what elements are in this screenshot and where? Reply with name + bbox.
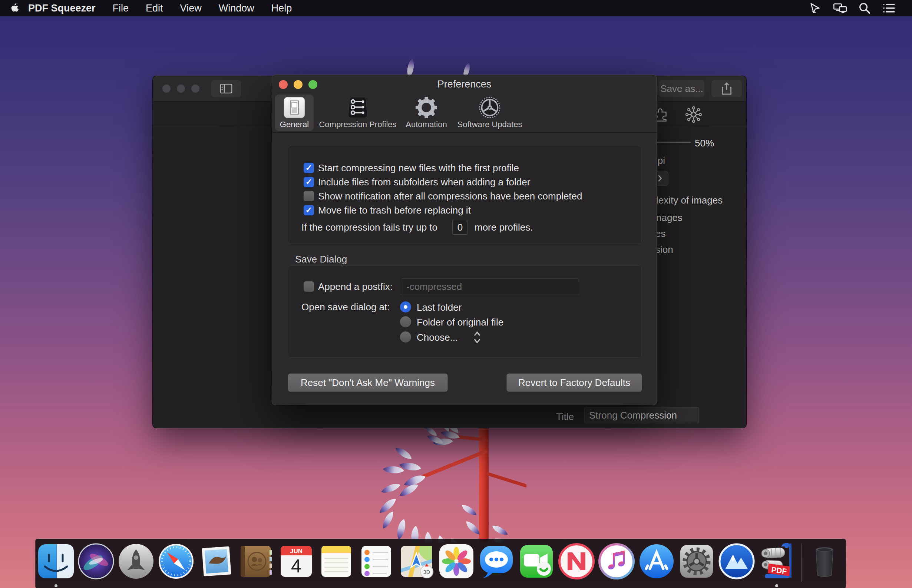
save-as-button[interactable]: Save as...	[659, 80, 704, 97]
menu-list-icon[interactable]	[882, 3, 896, 14]
menu-app-name[interactable]: PDF Squeezer	[28, 3, 96, 14]
append-postfix-label: Append a postfix:	[318, 281, 392, 292]
apple-icon	[10, 3, 19, 14]
revert-defaults-label: Revert to Factory Defaults	[518, 377, 630, 389]
radio-choose[interactable]	[400, 331, 411, 342]
menu-help[interactable]: Help	[271, 3, 292, 14]
maps-3d-text: 3D	[423, 569, 430, 575]
reset-warnings-button[interactable]: Reset "Don't Ask Me" Warnings	[288, 373, 448, 392]
dock-news-icon[interactable]	[557, 542, 596, 581]
dock-divider	[801, 543, 802, 582]
dock-app-cleaner-icon[interactable]	[717, 542, 756, 581]
dock-notes-icon[interactable]	[317, 542, 355, 581]
dock-app-store-icon[interactable]	[637, 542, 676, 581]
radio-label: Folder of original file	[417, 317, 504, 328]
quality-percent-value: 50%	[695, 137, 714, 149]
apple-menu[interactable]	[10, 3, 19, 14]
checkbox-start-compressing[interactable]	[303, 163, 314, 173]
dock-pdf-squeezer-icon[interactable]: PDF	[757, 542, 796, 581]
search-icon[interactable]	[858, 3, 871, 14]
dock: JUN 4	[35, 539, 846, 588]
tab-automation[interactable]: Automation	[402, 95, 451, 131]
retry-prefix-label: If the compression fails try up to	[302, 222, 437, 233]
radio-label: Last folder	[417, 302, 462, 313]
menu-edit[interactable]: Edit	[146, 3, 163, 14]
share-icon	[722, 82, 732, 95]
up-down-chevrons-icon	[472, 330, 482, 344]
option-label-truncated-3: es	[655, 228, 665, 239]
dock-trash-icon[interactable]	[805, 542, 844, 581]
checkbox-show-notification[interactable]	[303, 191, 314, 201]
open-save-dialog-label: Open save dialog at:	[302, 302, 390, 312]
preferences-title: Preferences	[272, 75, 657, 94]
dock-finder-icon[interactable]	[37, 542, 75, 581]
retry-suffix-label: more profiles.	[475, 222, 533, 233]
checkbox-include-subfolders[interactable]	[303, 177, 314, 187]
radio-folder-of-original[interactable]	[400, 316, 411, 327]
light-switch-icon	[275, 95, 314, 121]
postfix-input[interactable]	[401, 278, 579, 295]
menu-file[interactable]: File	[113, 3, 129, 14]
pdf-squeezer-running-indicator	[775, 584, 778, 587]
save-dialog-section-label: Save Dialog	[295, 254, 347, 264]
menu-view[interactable]: View	[180, 3, 202, 14]
option-label-truncated-1: lexity of images	[656, 195, 723, 206]
close-button[interactable]	[279, 80, 288, 89]
checkbox-label: Show notification after all compressions…	[318, 191, 583, 201]
dock-facetime-icon[interactable]	[517, 542, 556, 581]
option-label-truncated-4: sion	[655, 244, 673, 255]
dock-reminders-icon[interactable]	[357, 542, 395, 581]
checkbox-label: Move file to trash before replacing it	[318, 205, 471, 215]
calendar-day-text: 4	[291, 556, 302, 577]
sidebar-toggle-icon	[220, 83, 232, 94]
menu-bar: PDF Squeezer File Edit View Window Help	[0, 0, 912, 16]
dock-music-icon[interactable]	[597, 542, 636, 581]
tab-general[interactable]: General	[275, 95, 314, 131]
tab-software-updates[interactable]: Software Updates	[453, 95, 526, 131]
revert-defaults-button[interactable]: Revert to Factory Defaults	[507, 373, 642, 392]
profile-title-field[interactable]	[584, 407, 699, 423]
minimize-button-inactive[interactable]	[177, 84, 185, 93]
dock-maps-icon[interactable]: 3D	[397, 542, 436, 581]
retry-count-field[interactable]: 0	[452, 220, 468, 235]
dock-siri-icon[interactable]	[77, 542, 115, 581]
dock-messages-icon[interactable]	[477, 542, 516, 581]
finder-running-indicator	[55, 584, 58, 587]
dock-photos-icon[interactable]	[437, 542, 476, 581]
radio-label: Choose...	[417, 332, 458, 343]
profile-title-label: Title	[556, 411, 574, 423]
dock-system-preferences-icon[interactable]	[677, 542, 716, 581]
preferences-toolbar: General Compression Profiles	[272, 94, 657, 133]
reset-warnings-label: Reset "Don't Ask Me" Warnings	[301, 377, 435, 389]
zoom-button[interactable]	[308, 80, 317, 89]
displays-icon[interactable]	[833, 3, 847, 14]
choose-folder-stepper[interactable]	[472, 330, 482, 346]
dock-safari-icon[interactable]	[157, 542, 195, 581]
tab-compression-profiles[interactable]: Compression Profiles	[316, 95, 400, 131]
menu-window[interactable]: Window	[219, 3, 254, 14]
checkbox-label: Include files from subfolders when addin…	[318, 177, 530, 187]
option-label-truncated-2: nages	[656, 212, 683, 224]
minimize-button[interactable]	[294, 80, 302, 89]
dock-mail-icon[interactable]	[197, 542, 236, 581]
network-hub-icon[interactable]	[684, 105, 703, 125]
checkbox-move-to-trash[interactable]	[303, 205, 314, 215]
software-update-gear-icon	[453, 95, 526, 121]
share-button[interactable]	[712, 80, 742, 97]
wrenches-icon	[316, 95, 400, 121]
dock-contacts-icon[interactable]	[237, 542, 276, 581]
zoom-button-inactive[interactable]	[191, 84, 199, 93]
close-button-inactive[interactable]	[162, 84, 171, 93]
sidebar-toggle-button[interactable]	[211, 80, 241, 97]
radio-last-folder[interactable]	[400, 301, 411, 313]
save-as-label: Save as...	[660, 83, 703, 95]
dock-launchpad-icon[interactable]	[117, 542, 155, 581]
preferences-dialog: Preferences General	[272, 74, 657, 405]
dock-calendar-icon[interactable]: JUN 4	[277, 542, 315, 581]
calendar-month-text: JUN	[290, 548, 302, 555]
gear-icon	[402, 95, 451, 121]
chevron-right-icon	[658, 174, 662, 182]
checkbox-append-postfix[interactable]	[303, 281, 314, 292]
pointer-icon[interactable]	[809, 3, 822, 14]
checkbox-label: Start compressing new files with the fir…	[318, 163, 519, 173]
